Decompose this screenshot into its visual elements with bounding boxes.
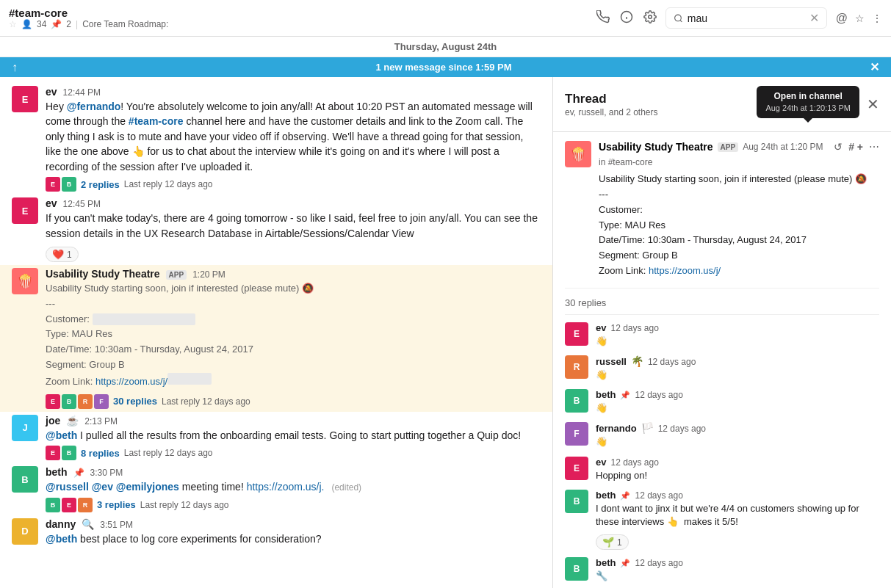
thread-header: Thread ev, russell, and 2 others Open in… [553,77,891,132]
thread-body: 🍿 Usability Study Theatre APP Aug 24th a… [553,132,891,588]
reaction-seedling-beth2[interactable]: 🌱 1 [596,534,629,550]
thread-reply-text-ev1: 👋 [596,335,879,348]
avatar-ust: 🍿 [12,268,38,294]
reaction-count-ev2: 1 [67,250,72,260]
thread-zoom-link[interactable]: https://zoom.us/j/ [649,265,721,276]
thread-reply-fernando: F fernando 🏳️ 12 days ago 👋 [565,422,879,449]
thread-reply-ev1: E ev 12 days ago 👋 [565,322,879,348]
avatar-ev2: E [12,197,38,224]
zoom-link-ust[interactable]: https://zoom.us/j/ [95,376,167,387]
replies-meta-joe: Last reply 12 days ago [124,448,213,458]
reaction-heart-ev2[interactable]: ❤️ 1 [46,247,79,262]
search-box[interactable]: ✕ [665,7,827,29]
replies-count-ev1[interactable]: 2 replies [81,179,120,190]
svg-line-5 [680,20,682,21]
banner-close-icon[interactable]: ✕ [870,60,879,74]
search-clear-icon[interactable]: ✕ [809,11,819,25]
mention-russell-beth1[interactable]: @russell [46,481,89,493]
msg-body-ust: Usability Study Theatre APP 1:20 PM Usab… [46,268,541,409]
search-icon [674,13,683,23]
msg-time-joe: 2:13 PM [84,416,118,427]
channel-name: #team-core [9,7,68,19]
msg-author-beth1: beth [46,466,68,478]
msg-text-ev2: If you can't make today's, there are 4 g… [46,211,541,241]
mention-emilyjones-beth1[interactable]: @emilyjones [116,481,179,493]
banner-arrow-icon: ↑ [12,61,18,74]
avatar-ev1: E [12,86,38,112]
channel-link-teamcore[interactable]: #team-core [129,115,184,127]
replies-count-ust[interactable]: 30 replies [113,396,157,407]
edited-label-beth1: (edited) [331,482,361,493]
thread-reply-text-beth1: 👋 [596,402,879,415]
replies-count-beth1[interactable]: 3 replies [97,499,136,510]
top-bar: #team-core ☆ 👤 34 📌 2 | Core Team Roadma… [0,0,891,37]
thread-reply-author-beth1: beth [596,389,616,400]
mention-beth-joe[interactable]: @beth [46,429,77,441]
more-icon[interactable]: ⋮ [872,12,882,24]
tooltip-line2: Aug 24th at 1:20:13 PM [765,103,851,114]
thread-avatar-beth3: B [565,557,588,581]
thread-reply-author-ev1: ev [596,322,606,333]
reply-avatar-ust-3: R [78,394,93,409]
reply-avatar-ust-1: E [46,394,60,409]
thread-original-toolbar: ↺ # + ⋯ [834,141,879,153]
thread-avatar-ev2: E [565,457,588,480]
zoom-redacted [167,373,212,385]
thread-reply-time-ev1: 12 days ago [610,323,658,333]
main-content: E ev 12:44 PM Hey @fernando! You're abso… [0,77,891,588]
thread-avatar-beth2: B [565,490,588,513]
mention-beth-danny[interactable]: @beth [46,533,77,545]
svg-point-3 [649,15,652,19]
msg-time-ev1: 12:44 PM [63,87,101,98]
thread-close-button[interactable]: ✕ [867,95,879,113]
reply-avatar-beth1-1: B [46,498,60,512]
msg-time-danny: 3:51 PM [100,520,133,530]
mention-ev-beth1[interactable]: @ev [92,481,113,493]
replies-count-joe[interactable]: 8 replies [81,448,120,459]
thread-reply-beth1: B beth 📌 12 days ago 👋 [565,389,879,415]
thread-original-channel: in #team-core [599,157,879,167]
replies-bar-ust[interactable]: E B R F 30 replies Last reply 12 days ag… [46,394,541,409]
tooltip-arrow [804,118,812,123]
thread-title: Thread [565,92,658,106]
thread-reply-author-ev2: ev [596,457,606,468]
msg-author-ev1: ev [46,86,57,98]
date-label: Thursday, August 24th [394,41,497,52]
message-danny: D danny 🔍 3:51 PM @beth best place to lo… [0,515,552,549]
star-bookmark-icon[interactable]: ☆ [855,12,865,24]
zoom-link-beth1[interactable]: https://zoom.us/j. [247,481,325,493]
replies-bar-beth1[interactable]: B E R 3 replies Last reply 12 days ago [46,498,541,512]
gear-icon[interactable] [643,10,657,26]
replies-bar-ev1[interactable]: E B 2 replies Last reply 12 days ago [46,177,541,192]
thread-original-message: 🍿 Usability Study Theatre APP Aug 24th a… [565,141,879,288]
msg-author-ev2: ev [46,197,57,209]
search-input[interactable] [688,12,805,24]
thread-reload-icon[interactable]: ↺ [834,141,843,153]
thread-reply-time-beth1: 12 days ago [635,390,682,400]
thread-more-icon[interactable]: ⋯ [869,141,879,153]
msg-author-joe: joe [46,415,60,427]
at-icon[interactable]: @ [836,12,848,25]
msg-body-ev1: ev 12:44 PM Hey @fernando! You're absolu… [46,86,541,192]
thread-reply-time-beth2: 12 days ago [635,490,682,501]
star-icon[interactable]: ☆ [9,19,17,29]
replies-meta-ev1: Last reply 12 days ago [124,179,213,189]
reply-avatar-2: B [62,177,76,192]
chat-area: E ev 12:44 PM Hey @fernando! You're abso… [0,77,553,588]
replies-bar-joe[interactable]: E B 8 replies Last reply 12 days ago [46,446,541,460]
thread-hashtag-icon[interactable]: # + [848,141,863,153]
mention-fernando[interactable]: @fernando [67,101,121,112]
message-beth1: B beth 📌 3:30 PM @russell @ev @emilyjone… [0,463,552,515]
phone-icon[interactable] [596,10,610,26]
avatar-joe: J [12,415,38,441]
thread-reply-time-russell: 12 days ago [648,357,696,367]
thread-avatar-fernando: F [565,422,588,446]
thread-reply-beth3: B beth 📌 12 days ago 🔧 [565,557,879,583]
message-ev1: E ev 12:44 PM Hey @fernando! You're abso… [0,83,552,195]
info-icon[interactable] [620,10,633,26]
msg-time-ev2: 12:45 PM [63,199,101,209]
thread-reply-author-beth2: beth [596,490,616,501]
reaction-count-beth2: 1 [617,537,622,548]
new-message-banner[interactable]: ↑ 1 new message since 1:59 PM ✕ [0,57,891,77]
msg-time-ust: 1:20 PM [192,269,226,280]
